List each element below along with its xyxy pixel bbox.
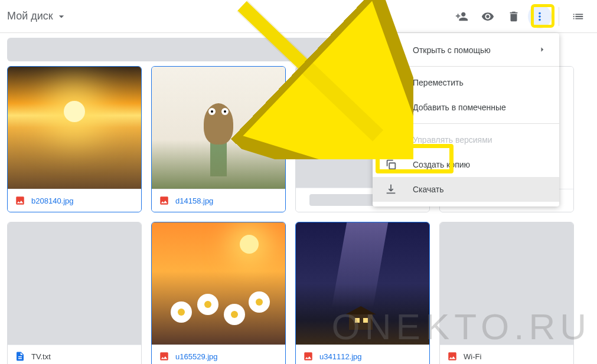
file-name: TV.txt xyxy=(31,352,51,361)
chevron-down-icon xyxy=(56,11,67,22)
copy-icon xyxy=(384,158,397,171)
image-icon xyxy=(447,351,458,362)
file-thumbnail xyxy=(8,67,141,189)
trash-icon xyxy=(507,10,520,23)
delete-button[interactable] xyxy=(502,5,526,28)
ctx-open-with[interactable]: Открыть с помощью xyxy=(373,38,559,63)
ctx-label: Скачать xyxy=(413,185,547,194)
ctx-versions: Управлять версиями xyxy=(373,127,559,152)
history-icon xyxy=(384,133,397,146)
more-vertical-icon xyxy=(533,10,546,23)
file-card[interactable]: u341112.jpg xyxy=(295,222,430,364)
file-thumbnail xyxy=(8,222,141,345)
file-footer: d14158.jpg xyxy=(152,189,285,212)
eye-icon xyxy=(481,10,494,23)
image-icon xyxy=(303,351,314,362)
context-menu: Открыть с помощью Переместить Добавить в… xyxy=(373,33,559,206)
file-footer: u165529.jpg xyxy=(152,345,285,364)
list-icon xyxy=(572,10,585,23)
file-thumbnail xyxy=(152,222,285,345)
file-name: u341112.jpg xyxy=(319,352,362,361)
ctx-divider xyxy=(373,66,559,67)
preview-button[interactable] xyxy=(476,5,500,28)
more-button[interactable] xyxy=(528,5,552,28)
ctx-label: Переместить xyxy=(413,78,547,87)
image-icon xyxy=(159,351,169,362)
divider xyxy=(559,7,559,26)
file-name: u165529.jpg xyxy=(175,352,218,361)
breadcrumb[interactable]: Мой диск xyxy=(7,10,67,22)
file-card[interactable]: TV.txt xyxy=(7,222,142,364)
svg-rect-7 xyxy=(389,163,395,169)
move-icon xyxy=(384,76,397,89)
top-actions xyxy=(450,5,590,28)
file-name: d14158.jpg xyxy=(175,196,213,205)
file-name: Wi-Fi xyxy=(464,352,481,361)
chevron-right-icon xyxy=(537,44,547,57)
file-footer: Wi-Fi xyxy=(440,345,573,364)
ctx-label: Управлять версиями xyxy=(413,135,547,145)
ctx-label: Открыть с помощью xyxy=(413,45,521,55)
ctx-star[interactable]: Добавить в помеченные xyxy=(373,95,559,120)
image-icon xyxy=(15,195,25,206)
file-card[interactable]: d14158.jpg xyxy=(151,66,286,212)
file-thumbnail xyxy=(440,222,573,345)
ctx-move[interactable]: Переместить xyxy=(373,70,559,95)
document-icon xyxy=(15,351,25,362)
view-toggle-button[interactable] xyxy=(566,5,590,28)
image-icon xyxy=(159,195,169,206)
ctx-copy[interactable]: Создать копию xyxy=(373,152,559,177)
ctx-label: Создать копию xyxy=(413,160,547,169)
file-footer: u341112.jpg xyxy=(296,345,429,364)
top-bar: Мой диск xyxy=(0,0,597,33)
share-button[interactable] xyxy=(450,5,474,28)
file-thumbnail xyxy=(296,222,429,345)
file-thumbnail xyxy=(152,67,285,189)
open-with-icon xyxy=(384,44,397,57)
star-icon xyxy=(384,101,397,114)
file-card[interactable]: Wi-Fi xyxy=(439,222,574,364)
file-card[interactable]: u165529.jpg xyxy=(151,222,286,364)
ctx-divider xyxy=(373,123,559,124)
breadcrumb-label: Мой диск xyxy=(7,10,53,22)
file-card[interactable]: b208140.jpg xyxy=(7,66,142,212)
file-footer: TV.txt xyxy=(8,345,141,364)
person-add-icon xyxy=(455,10,468,23)
header-placeholder xyxy=(7,38,365,61)
download-icon xyxy=(384,183,397,196)
file-footer: b208140.jpg xyxy=(8,189,141,212)
ctx-label: Добавить в помеченные xyxy=(413,103,547,112)
file-name: b208140.jpg xyxy=(31,196,74,205)
ctx-download[interactable]: Скачать xyxy=(373,177,559,202)
